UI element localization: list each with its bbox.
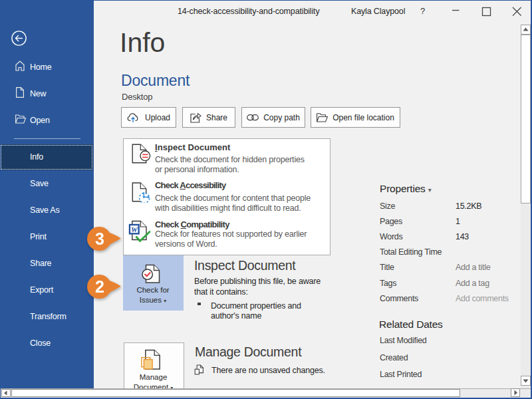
svg-text:W: W — [131, 225, 138, 233]
svg-text:2: 2 — [95, 277, 104, 296]
svg-text:3: 3 — [95, 229, 104, 248]
